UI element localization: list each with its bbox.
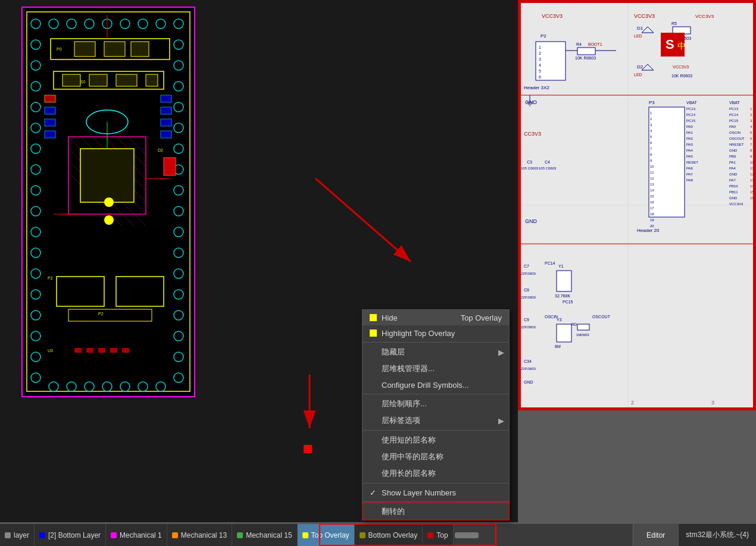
svg-rect-89 [98, 348, 105, 353]
svg-text:OSCIN: OSCIN [729, 131, 741, 134]
menu-item-configure-drill[interactable]: Configure Drill Symbols... [363, 377, 509, 393]
menu-item-hide-top-overlay[interactable]: Hide Top Overlay [363, 310, 509, 325]
layer-dot-bottom [39, 532, 45, 538]
svg-text:PA1: PA1 [729, 161, 736, 164]
layer-tab-mechanical-13[interactable]: Mechanical 13 [167, 524, 232, 546]
svg-text:中: 中 [677, 41, 686, 51]
svg-text:VCC3V3: VCC3V3 [634, 13, 655, 19]
layer-dot-top-overlay [302, 532, 308, 538]
svg-text:GND: GND [729, 172, 738, 176]
svg-text:10K R0603: 10K R0603 [575, 56, 596, 60]
svg-text:12: 12 [650, 177, 654, 180]
layer-tab-bottom-layer[interactable]: [2] Bottom Layer [35, 524, 106, 546]
svg-rect-62 [80, 149, 134, 202]
menu-separator-1 [363, 342, 509, 343]
svg-text:D2: D2 [637, 64, 643, 70]
svg-rect-148 [649, 107, 685, 217]
svg-text:PA4: PA4 [729, 167, 736, 170]
svg-text:C4: C4 [545, 160, 550, 164]
menu-item-highlight-top-overlay[interactable]: Highlight Top Overlay [363, 325, 509, 341]
svg-text:LED: LED [634, 73, 642, 77]
svg-rect-66 [74, 42, 95, 57]
menu-label-configure-drill: Configure Drill Symbols... [382, 381, 469, 390]
menu-spacer-9 [370, 508, 377, 515]
menu-label-long-names: 使用长的层名称 [382, 468, 436, 479]
svg-text:PC13: PC13 [729, 107, 739, 111]
svg-text:PB11: PB11 [729, 190, 738, 194]
svg-rect-234 [577, 324, 589, 330]
svg-text:11: 11 [750, 167, 754, 170]
svg-text:Y1: Y1 [558, 264, 564, 268]
svg-rect-142 [518, 0, 756, 3]
svg-text:P0: P0 [57, 47, 62, 51]
svg-text:PA7: PA7 [729, 178, 736, 182]
menu-item-medium-names[interactable]: 使用中等的层名称 [363, 448, 509, 465]
svg-text:VCC3V3: VCC3V3 [729, 202, 743, 206]
menu-item-show-layer-numbers[interactable]: ✓ Show Layer Numbers [363, 485, 509, 500]
svg-text:16: 16 [750, 196, 754, 200]
menu-spacer-3 [370, 381, 377, 388]
svg-text:105 C0603: 105 C0603 [539, 167, 557, 170]
layer-tab-layer[interactable]: layer [0, 524, 35, 546]
menu-item-long-names[interactable]: 使用长的层名称 [363, 465, 509, 482]
svg-rect-75 [45, 107, 55, 114]
context-menu[interactable]: Hide Top Overlay Highlight Top Overlay 隐… [362, 309, 510, 520]
svg-text:R4: R4 [576, 42, 582, 46]
svg-text:3: 3 [711, 400, 714, 406]
pcb-board-svg: P0 S0 D2 P2 P2 U3 [21, 6, 202, 401]
svg-text:PC15: PC15 [686, 119, 696, 123]
svg-text:Header 3X2: Header 3X2 [524, 85, 549, 90]
menu-separator-2 [363, 394, 509, 394]
svg-text:VBAT: VBAT [686, 101, 697, 105]
menu-arrow-hide-layer: ▶ [498, 348, 504, 357]
svg-text:VCC3V3: VCC3V3 [673, 65, 689, 69]
svg-text:2: 2 [539, 51, 541, 55]
svg-rect-74 [45, 95, 55, 102]
svg-point-63 [104, 197, 114, 207]
svg-text:14: 14 [750, 184, 754, 188]
svg-text:22P,0603: 22P,0603 [521, 367, 536, 371]
svg-text:15: 15 [650, 194, 654, 198]
svg-text:10: 10 [750, 161, 754, 164]
svg-text:16: 16 [650, 200, 654, 204]
svg-text:PC15: PC15 [729, 119, 739, 123]
layer-tab-mechanical-1[interactable]: Mechanical 1 [106, 524, 167, 546]
menu-item-hide-layer[interactable]: 隐藏层 ▶ [363, 344, 509, 360]
menu-sublabel-hide: Top Overlay [461, 313, 502, 322]
svg-text:8M: 8M [555, 344, 561, 349]
svg-text:P3: P3 [649, 100, 655, 105]
svg-text:PA4: PA4 [686, 149, 693, 152]
menu-label-drawing-order: 层绘制顺序... [382, 398, 427, 409]
svg-text:17: 17 [650, 206, 654, 210]
menu-item-layer-tag-options[interactable]: 层标签选项 ▶ [363, 412, 509, 429]
svg-rect-221 [557, 271, 571, 291]
svg-text:C8: C8 [524, 288, 529, 292]
svg-text:22P,0603: 22P,0603 [521, 325, 536, 329]
svg-text:1M0603: 1M0603 [576, 333, 589, 337]
menu-label-short-names: 使用短的层名称 [382, 435, 436, 445]
svg-text:10K R0603: 10K R0603 [671, 74, 692, 78]
svg-rect-143 [518, 0, 521, 410]
file-tab[interactable]: stm32最小系统.~(4) [678, 524, 756, 546]
svg-text:Header 20: Header 20 [637, 228, 660, 233]
layer-label-layer: layer [14, 531, 29, 539]
menu-item-drawing-order[interactable]: 层绘制顺序... [363, 396, 509, 412]
menu-color-swatch-2 [370, 330, 377, 337]
svg-rect-79 [161, 107, 171, 114]
layer-tab-mechanical-15[interactable]: Mechanical 15 [232, 524, 297, 546]
menu-spacer-7 [370, 453, 377, 460]
menu-label-show-layer-numbers: Show Layer Numbers [382, 488, 456, 497]
menu-item-layer-stack[interactable]: 层堆栈管理器... [363, 360, 509, 377]
menu-item-flip[interactable]: 翻转的 [363, 503, 509, 520]
svg-point-64 [104, 215, 114, 225]
svg-rect-80 [161, 119, 171, 126]
svg-rect-67 [104, 42, 125, 57]
svg-text:NRESET: NRESET [729, 143, 744, 146]
menu-item-short-names[interactable]: 使用短的层名称 [363, 432, 509, 448]
svg-text:19: 19 [650, 218, 654, 222]
svg-text:P2: P2 [48, 276, 53, 280]
menu-label-hide-layer: 隐藏层 [382, 347, 405, 357]
svg-text:P2: P2 [98, 312, 104, 316]
svg-text:PA0: PA0 [729, 125, 736, 128]
editor-tab[interactable]: Editor [633, 524, 678, 546]
